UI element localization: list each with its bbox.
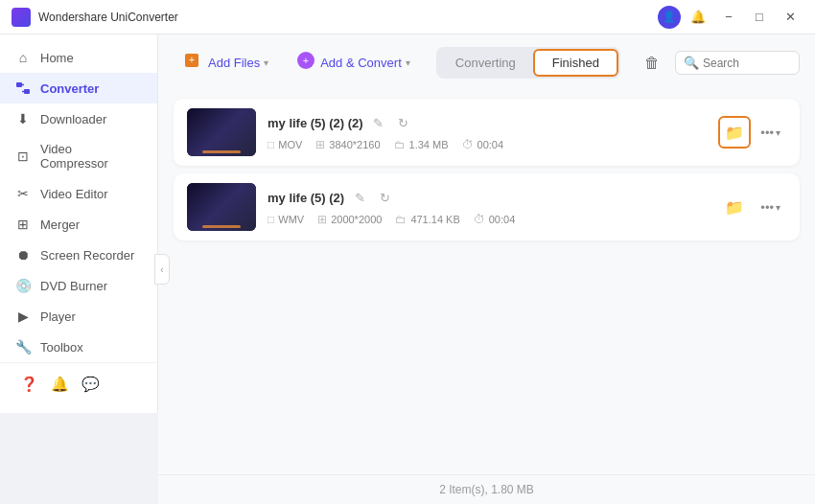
file-resolution-1: 3840*2160 xyxy=(329,139,380,150)
play-indicator-2 xyxy=(202,225,241,228)
tab-finished[interactable]: Finished xyxy=(533,49,618,77)
format-icon-2: □ xyxy=(268,213,274,226)
add-convert-icon: + xyxy=(295,50,316,76)
sidebar-item-dvd-burner[interactable]: 💿 DVD Burner xyxy=(0,270,157,301)
duration-icon-1: ⏱ xyxy=(462,138,474,151)
folder-icon-1: 📁 xyxy=(725,124,744,142)
svg-text:+: + xyxy=(189,54,195,65)
svg-rect-0 xyxy=(16,82,22,87)
chat-btn[interactable]: 💬 xyxy=(77,371,104,398)
sidebar-item-video-editor[interactable]: ✂ Video Editor xyxy=(0,178,157,209)
sidebar-item-home[interactable]: ⌂ Home xyxy=(0,42,157,73)
edit-icon-1[interactable]: ✎ xyxy=(369,113,388,132)
toolbar-right: 🗑 🔍 xyxy=(637,48,800,79)
add-convert-btn[interactable]: + Add & Convert ▾ xyxy=(286,44,420,81)
sidebar-item-converter[interactable]: Converter xyxy=(0,73,157,103)
app-logo xyxy=(12,8,31,27)
tab-converting[interactable]: Converting xyxy=(438,51,533,75)
file-info-2: my life (5) (2) ✎ ↻ □ WMV ⊞ 2000*2000 xyxy=(268,188,707,226)
player-icon: ▶ xyxy=(15,309,31,324)
alerts-btn[interactable]: 🔔 xyxy=(46,371,73,398)
resolution-icon-2: ⊞ xyxy=(317,213,327,226)
play-indicator-1 xyxy=(202,150,241,153)
sidebar-item-downloader[interactable]: ⬇ Downloader xyxy=(0,103,157,134)
edit-icon-2[interactable]: ✎ xyxy=(350,188,369,207)
sidebar-label-downloader: Downloader xyxy=(40,112,106,126)
user-avatar[interactable]: 👤 xyxy=(658,6,681,29)
editor-icon: ✂ xyxy=(15,186,31,201)
folder-icon-2: 📁 xyxy=(725,198,744,217)
main-layout: ⌂ Home Converter ⬇ Downloader ⊡ xyxy=(0,34,815,504)
format-item-1: □ MOV xyxy=(268,138,302,151)
resolution-item-1: ⊞ 3840*2160 xyxy=(315,138,380,151)
downloader-icon: ⬇ xyxy=(15,111,31,126)
file-thumbnail-1 xyxy=(187,108,256,156)
file-name-row-2: my life (5) (2) ✎ ↻ xyxy=(268,188,707,207)
sidebar: ⌂ Home Converter ⬇ Downloader ⊡ xyxy=(0,34,158,413)
file-duration-2: 00:04 xyxy=(489,214,516,225)
file-info-1: my life (5) (2) (2) ✎ ↻ □ MOV ⊞ 3840*216… xyxy=(268,113,707,151)
size-icon-2: 🗀 xyxy=(395,213,407,226)
recorder-icon: ⏺ xyxy=(15,247,31,263)
sidebar-collapse-btn[interactable]: ‹ xyxy=(154,254,170,285)
sidebar-label-player: Player xyxy=(40,309,76,324)
maximize-btn[interactable]: □ xyxy=(746,4,773,31)
dvd-icon: 💿 xyxy=(15,278,31,293)
sidebar-label-dvd: DVD Burner xyxy=(40,279,107,293)
svg-text:+: + xyxy=(303,55,309,66)
help-btn[interactable]: ❓ xyxy=(15,371,42,398)
sidebar-item-player[interactable]: ▶ Player xyxy=(0,301,157,332)
more-options-btn-1[interactable]: ••• ▾ xyxy=(755,122,786,144)
notification-btn[interactable]: 🔔 xyxy=(685,4,711,31)
sidebar-item-merger[interactable]: ⊞ Merger xyxy=(0,209,157,240)
home-icon: ⌂ xyxy=(15,50,31,65)
toolbox-icon: 🔧 xyxy=(15,339,31,355)
add-convert-chevron: ▾ xyxy=(406,57,410,68)
delete-all-btn[interactable]: 🗑 xyxy=(637,48,667,79)
size-item-2: 🗀 471.14 KB xyxy=(395,213,459,226)
file-size-2: 471.14 KB xyxy=(410,214,459,225)
more-options-btn-2[interactable]: ••• ▾ xyxy=(755,196,786,218)
toolbar: + Add Files ▾ + Add & Convert ▾ Converti… xyxy=(158,34,815,91)
file-format-1: MOV xyxy=(278,139,302,150)
file-meta-2: □ WMV ⊞ 2000*2000 🗀 471.14 KB ⏱ xyxy=(268,213,707,226)
file-resolution-2: 2000*2000 xyxy=(331,214,382,225)
minimize-btn[interactable]: − xyxy=(715,4,742,31)
file-actions-1: 📁 ••• ▾ xyxy=(718,116,786,149)
sidebar-label-home: Home xyxy=(40,51,74,65)
size-item-1: 🗀 1.34 MB xyxy=(394,138,449,151)
resolution-item-2: ⊞ 2000*2000 xyxy=(317,213,382,226)
duration-icon-2: ⏱ xyxy=(474,213,485,226)
open-folder-btn-2[interactable]: 📁 xyxy=(718,191,751,223)
compressor-icon: ⊡ xyxy=(15,149,31,164)
sidebar-item-screen-recorder[interactable]: ⏺ Screen Recorder xyxy=(0,240,157,270)
open-folder-btn-1[interactable]: 📁 xyxy=(718,116,751,149)
size-icon-1: 🗀 xyxy=(394,138,406,151)
sidebar-bottom: ❓ 🔔 💬 xyxy=(0,362,157,405)
file-actions-2: 📁 ••• ▾ xyxy=(718,191,786,223)
refresh-icon-1[interactable]: ↻ xyxy=(394,113,413,132)
file-name-2: my life (5) (2) xyxy=(268,191,344,205)
duration-item-2: ⏱ 00:04 xyxy=(474,213,516,226)
sidebar-item-video-compressor[interactable]: ⊡ Video Compressor xyxy=(0,134,157,178)
refresh-icon-2[interactable]: ↻ xyxy=(375,188,394,207)
search-box: 🔍 xyxy=(675,51,800,75)
more-chevron-2: ▾ xyxy=(776,202,780,213)
add-files-label: Add Files xyxy=(208,56,260,70)
content-area: + Add Files ▾ + Add & Convert ▾ Converti… xyxy=(158,34,815,504)
file-name-1: my life (5) (2) (2) xyxy=(268,116,363,130)
search-input[interactable] xyxy=(703,57,789,70)
sidebar-label-merger: Merger xyxy=(40,218,80,232)
sidebar-item-toolbox[interactable]: 🔧 Toolbox xyxy=(0,332,157,362)
app-title: Wondershare UniConverter xyxy=(38,11,178,24)
file-meta-1: □ MOV ⊞ 3840*2160 🗀 1.34 MB ⏱ xyxy=(268,138,707,151)
thumb-inner-1 xyxy=(187,108,256,156)
add-files-btn[interactable]: + Add Files ▾ xyxy=(174,44,278,81)
format-item-2: □ WMV xyxy=(268,213,304,226)
search-icon: 🔍 xyxy=(684,56,699,70)
close-btn[interactable]: ✕ xyxy=(777,4,803,31)
sidebar-label-toolbox: Toolbox xyxy=(40,340,83,355)
status-bar: 2 Item(s), 1.80 MB xyxy=(158,474,815,504)
thumb-inner-2 xyxy=(187,183,256,231)
file-name-row-1: my life (5) (2) (2) ✎ ↻ xyxy=(268,113,707,132)
